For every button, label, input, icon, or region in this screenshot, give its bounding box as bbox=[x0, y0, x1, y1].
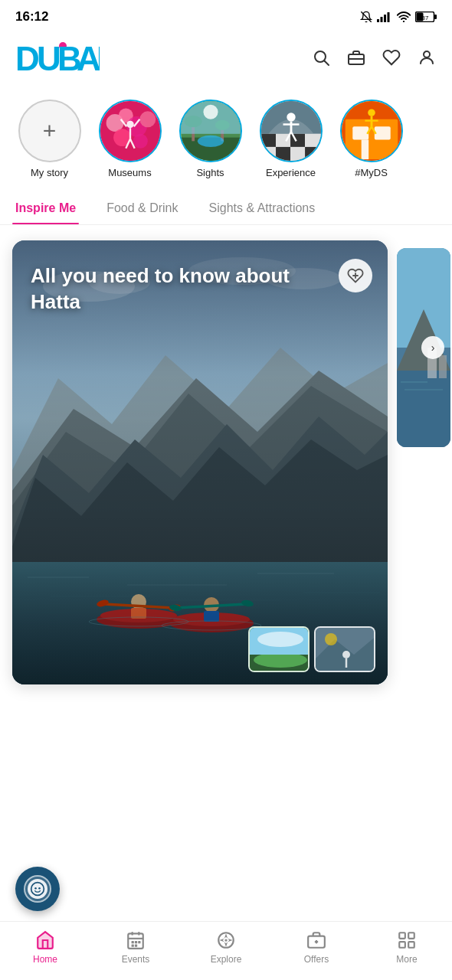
svg-rect-128 bbox=[132, 941, 134, 943]
bottom-nav: Home Events bbox=[0, 921, 452, 980]
svg-rect-142 bbox=[399, 933, 405, 939]
svg-rect-132 bbox=[135, 944, 137, 946]
svg-rect-129 bbox=[135, 941, 137, 943]
svg-point-5 bbox=[403, 21, 405, 22]
stories-row: + My story bbox=[0, 89, 452, 189]
svg-point-123 bbox=[38, 887, 41, 890]
story-label-myds: #MyDS bbox=[355, 167, 388, 178]
svg-point-121 bbox=[31, 883, 44, 896]
svg-point-25 bbox=[139, 111, 156, 127]
story-item-experience[interactable]: Experience bbox=[251, 96, 331, 181]
story-circle-museums bbox=[99, 100, 162, 162]
svg-rect-45 bbox=[261, 134, 276, 147]
battery-icon: 37 bbox=[415, 11, 437, 22]
nav-offers[interactable]: Offers bbox=[293, 929, 339, 965]
tab-food-drink[interactable]: Food & Drink bbox=[91, 194, 193, 224]
svg-point-63 bbox=[368, 109, 375, 116]
svg-text:D: D bbox=[15, 40, 40, 77]
story-sights-image bbox=[181, 101, 241, 161]
story-label-experience: Experience bbox=[266, 167, 316, 178]
heart-icon[interactable] bbox=[382, 47, 401, 67]
nav-events-label: Events bbox=[122, 954, 150, 965]
plus-icon: + bbox=[43, 118, 57, 144]
svg-point-20 bbox=[424, 51, 430, 57]
story-label-my-story: My story bbox=[31, 167, 68, 178]
story-item-museums[interactable]: Museums bbox=[90, 96, 170, 181]
nav-explore[interactable]: Explore bbox=[203, 929, 249, 965]
story-museums-image bbox=[100, 101, 160, 161]
dubai-logo: D U B A I bbox=[15, 38, 100, 77]
side-cards: › bbox=[397, 248, 450, 447]
svg-point-134 bbox=[224, 939, 227, 941]
svg-rect-62 bbox=[361, 139, 368, 159]
story-circle-experience bbox=[260, 100, 323, 162]
svg-point-28 bbox=[126, 121, 134, 129]
nav-home[interactable]: Home bbox=[22, 929, 68, 965]
home-icon bbox=[34, 929, 56, 951]
svg-point-111 bbox=[342, 651, 350, 658]
logo: D U B A I bbox=[15, 38, 100, 77]
story-circle-myds bbox=[340, 100, 403, 162]
side-arrow[interactable]: › bbox=[421, 336, 444, 359]
svg-text:I: I bbox=[97, 40, 100, 77]
card-thumbnails bbox=[248, 626, 375, 672]
chat-bubble[interactable] bbox=[15, 867, 60, 911]
tab-inspire-me[interactable]: Inspire Me bbox=[0, 194, 91, 224]
side-card-top[interactable]: › bbox=[397, 248, 450, 447]
briefcase-icon[interactable] bbox=[346, 47, 366, 67]
nav-offers-label: Offers bbox=[304, 954, 329, 965]
svg-point-40 bbox=[197, 136, 223, 147]
nav-more[interactable]: More bbox=[384, 929, 430, 965]
tabs-row: Inspire Me Food & Drink Sights & Attract… bbox=[0, 189, 452, 225]
svg-point-42 bbox=[203, 105, 218, 119]
svg-rect-118 bbox=[439, 355, 447, 378]
svg-rect-4 bbox=[388, 12, 390, 22]
events-icon bbox=[125, 929, 146, 951]
story-item-my-story[interactable]: + My story bbox=[9, 96, 90, 181]
card-heart-button[interactable] bbox=[339, 259, 372, 292]
tab-sights-attractions[interactable]: Sights & Attractions bbox=[194, 194, 331, 224]
story-experience-image bbox=[261, 101, 321, 161]
svg-rect-144 bbox=[399, 942, 405, 948]
signal-icon bbox=[377, 11, 392, 22]
svg-marker-138 bbox=[228, 939, 233, 942]
svg-rect-131 bbox=[132, 944, 134, 946]
notification-icon bbox=[360, 11, 372, 23]
offers-icon bbox=[306, 929, 327, 951]
svg-rect-61 bbox=[374, 126, 390, 139]
chat-face-icon bbox=[28, 879, 47, 899]
svg-point-53 bbox=[287, 113, 295, 121]
svg-rect-145 bbox=[408, 942, 414, 948]
svg-rect-48 bbox=[305, 134, 321, 147]
svg-rect-49 bbox=[261, 147, 276, 161]
user-icon[interactable] bbox=[417, 47, 437, 67]
story-item-myds[interactable]: #MyDS bbox=[331, 96, 411, 181]
svg-point-110 bbox=[325, 633, 337, 645]
story-item-sights[interactable]: Sights bbox=[170, 96, 251, 181]
svg-rect-143 bbox=[408, 933, 414, 939]
svg-point-122 bbox=[34, 887, 37, 890]
svg-rect-1 bbox=[377, 19, 379, 22]
thumb-scene2[interactable] bbox=[314, 626, 375, 672]
svg-line-17 bbox=[325, 61, 329, 66]
svg-rect-51 bbox=[290, 147, 305, 161]
main-card[interactable]: All you need to know about Hatta bbox=[12, 240, 388, 684]
card-image: All you need to know about Hatta bbox=[12, 240, 388, 684]
svg-rect-60 bbox=[352, 126, 368, 139]
svg-marker-135 bbox=[224, 933, 228, 939]
status-time: 16:12 bbox=[15, 9, 48, 24]
nav-events[interactable]: Events bbox=[113, 929, 159, 965]
story-myds-image bbox=[342, 101, 401, 161]
svg-rect-130 bbox=[138, 941, 140, 943]
wifi-icon bbox=[397, 11, 411, 22]
explore-icon bbox=[215, 929, 237, 951]
nav-home-label: Home bbox=[33, 954, 57, 965]
status-icons: 37 bbox=[360, 11, 437, 23]
svg-rect-50 bbox=[276, 147, 290, 161]
thumb-green[interactable] bbox=[248, 626, 310, 672]
chat-bubble-inner bbox=[24, 875, 51, 903]
nav-explore-label: Explore bbox=[211, 954, 242, 965]
status-bar: 16:12 37 bbox=[0, 0, 452, 31]
search-icon[interactable] bbox=[311, 47, 331, 67]
header-icons bbox=[311, 47, 437, 67]
